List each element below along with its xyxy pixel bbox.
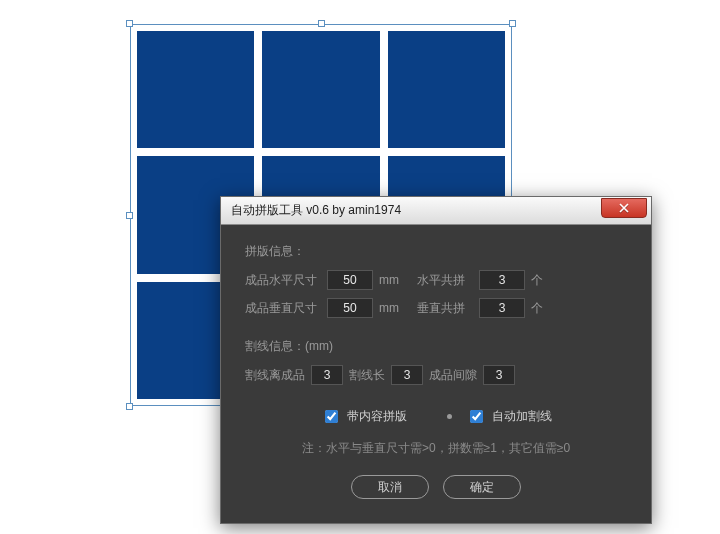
hsize-input[interactable] [327,270,373,290]
section-impose-title: 拼版信息： [245,243,627,260]
chk-auto-cutline[interactable]: 自动加割线 [466,407,552,426]
checkbox-row: 带内容拼版 自动加割线 [245,407,627,426]
row-vsize: 成品垂直尺寸 mm 垂直共拼 个 [245,298,627,318]
selection-handle-ml[interactable] [126,212,133,219]
vsize-label: 成品垂直尺寸 [245,300,327,317]
gap-label: 成品间隙 [429,367,477,384]
chk-with-content-input[interactable] [325,410,338,423]
ok-button[interactable]: 确定 [443,475,521,499]
hint-note: 注：水平与垂直尺寸需>0，拼数需≥1，其它值需≥0 [245,440,627,457]
row-cut: 割线离成品 割线长 成品间隙 [245,365,627,385]
tile [262,31,379,148]
vcount-input[interactable] [479,298,525,318]
hcount-label: 水平共拼 [417,272,479,289]
selection-handle-tc[interactable] [318,20,325,27]
chk-auto-cutline-label: 自动加割线 [492,408,552,425]
button-row: 取消 确定 [245,475,627,499]
vsize-input[interactable] [327,298,373,318]
chk-with-content[interactable]: 带内容拼版 [321,407,407,426]
cut-dist-input[interactable] [311,365,343,385]
row-hsize: 成品水平尺寸 mm 水平共拼 个 [245,270,627,290]
selection-handle-tr[interactable] [509,20,516,27]
cut-dist-label: 割线离成品 [245,367,305,384]
cut-len-input[interactable] [391,365,423,385]
close-icon [619,203,629,213]
hsize-label: 成品水平尺寸 [245,272,327,289]
cancel-button[interactable]: 取消 [351,475,429,499]
vsize-unit: mm [373,301,401,315]
gap-input[interactable] [483,365,515,385]
dialog-title: 自动拼版工具 v0.6 by amin1974 [231,202,401,219]
separator-dot [447,414,452,419]
selection-handle-bl[interactable] [126,403,133,410]
close-button[interactable] [601,198,647,218]
dialog-auto-impose: 自动拼版工具 v0.6 by amin1974 拼版信息： 成品水平尺寸 mm … [220,196,652,524]
vcount-label: 垂直共拼 [417,300,479,317]
dialog-body: 拼版信息： 成品水平尺寸 mm 水平共拼 个 成品垂直尺寸 mm 垂直共拼 个 … [221,225,651,523]
cut-len-label: 割线长 [349,367,385,384]
hsize-unit: mm [373,273,401,287]
dialog-titlebar[interactable]: 自动拼版工具 v0.6 by amin1974 [221,197,651,225]
selection-handle-tl[interactable] [126,20,133,27]
hcount-input[interactable] [479,270,525,290]
vcount-unit: 个 [525,300,543,317]
hcount-unit: 个 [525,272,543,289]
chk-with-content-label: 带内容拼版 [347,408,407,425]
tile [388,31,505,148]
chk-auto-cutline-input[interactable] [470,410,483,423]
section-cut-title: 割线信息：(mm) [245,338,627,355]
tile [137,31,254,148]
